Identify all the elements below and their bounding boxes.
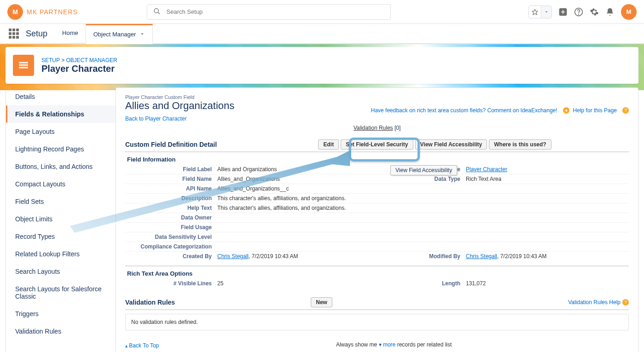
logo-badge-icon: M [7,4,23,20]
favorites-dropdown[interactable] [528,6,552,18]
sidebar-item-record-types[interactable]: Record Types [6,228,116,245]
set-field-level-security-button[interactable]: Set Field-Level Security [341,139,413,150]
page-title: Player Character [41,63,117,74]
help-icon: ? [622,299,629,306]
section-title-definition: Custom Field Definition Detail [125,141,217,148]
avatar[interactable]: M [621,4,637,20]
search-input[interactable] [147,4,391,20]
sidebar-item-buttons-links-and-actions[interactable]: Buttons, Links, and Actions [6,158,116,175]
detail-eyebrow: Player Character Custom Field [125,94,234,100]
sidebar-item-page-layouts[interactable]: Page Layouts [6,123,116,140]
app-name: Setup [24,24,55,43]
chevron-down-icon [139,31,145,37]
brand-logo[interactable]: M MK PARTNERS [7,4,78,20]
no-validation-rules-msg: No validation rules defined. [125,314,629,330]
triangle-down-icon: ▾ [379,341,382,348]
section-title-validation: Validation Rules [125,299,175,306]
validation-rules-anchor[interactable]: Validation Rules [354,125,393,131]
tab-home[interactable]: Home [55,24,86,43]
where-is-this-used-button[interactable]: Where is this used? [489,139,551,150]
created-by-link[interactable]: Chris Stegall [217,253,249,260]
svg-marker-2 [532,9,538,15]
modified-by-link[interactable]: Chris Stegall [466,253,497,260]
sidebar: DetailsFields & RelationshipsPage Layout… [6,87,116,352]
object-name-link[interactable]: Player Character [466,166,507,173]
object-icon [13,55,34,76]
bell-icon[interactable] [605,7,615,17]
sidebar-item-fields-relationships[interactable]: Fields & Relationships [6,105,116,123]
validation-help-link[interactable]: Validation Rules Help [568,299,621,306]
svg-point-5 [579,14,579,14]
help-icon[interactable] [574,7,583,17]
app-launcher-icon[interactable] [4,24,24,43]
add-icon[interactable] [558,7,568,17]
search-icon [153,7,161,16]
detail-title: Allies and Organizations [125,100,234,112]
sidebar-item-related-lookup-filters[interactable]: Related Lookup Filters [6,245,116,263]
sidebar-item-search-layouts[interactable]: Search Layouts [6,263,116,280]
sidebar-item-field-sets[interactable]: Field Sets [6,193,116,210]
tab-object-manager[interactable]: Object Manager [86,24,153,44]
help-icon: ? [622,107,629,114]
sidebar-item-details[interactable]: Details [6,88,116,105]
lightbulb-icon: ✦ [563,107,569,114]
gear-icon[interactable] [590,7,599,17]
new-validation-button[interactable]: New [311,297,332,307]
validation-count: [0] [395,125,400,131]
back-to-top-link[interactable]: Back To Top [129,342,159,349]
chevron-down-icon [541,6,551,18]
edit-button[interactable]: Edit [318,139,339,150]
sidebar-item-search-layouts-for-salesforce-classic[interactable]: Search Layouts for Salesforce Classic [6,280,116,305]
caret-up-icon: ▴ [125,343,128,348]
feedback-link[interactable]: Have feedback on rich text area custom f… [371,107,557,114]
view-field-accessibility-button[interactable]: View Field Accessibility [415,139,487,150]
help-for-page-link[interactable]: Help for this Page [573,107,617,114]
tooltip-view-accessibility: View Field Accessibility [390,165,457,175]
brand-name: MK PARTNERS [27,8,78,16]
sidebar-item-compact-layouts[interactable]: Compact Layouts [6,175,116,193]
subsection-field-info: Field Information [125,152,629,165]
sidebar-item-lightning-record-pages[interactable]: Lightning Record Pages [6,140,116,158]
sidebar-item-triggers[interactable]: Triggers [6,305,116,323]
detail-panel: Player Character Custom Field Allies and… [116,87,638,352]
more-records-link[interactable]: more [383,341,395,348]
sidebar-item-validation-rules[interactable]: Validation Rules [6,323,116,340]
svg-line-1 [158,12,160,14]
star-icon [529,6,541,18]
sidebar-item-object-limits[interactable]: Object Limits [6,210,116,228]
breadcrumb[interactable]: SETUP > OBJECT MANAGER [41,57,117,63]
back-link[interactable]: Back to Player Character [125,115,186,122]
svg-point-0 [154,8,158,12]
subsection-rta: Rich Text Area Options [125,265,629,279]
